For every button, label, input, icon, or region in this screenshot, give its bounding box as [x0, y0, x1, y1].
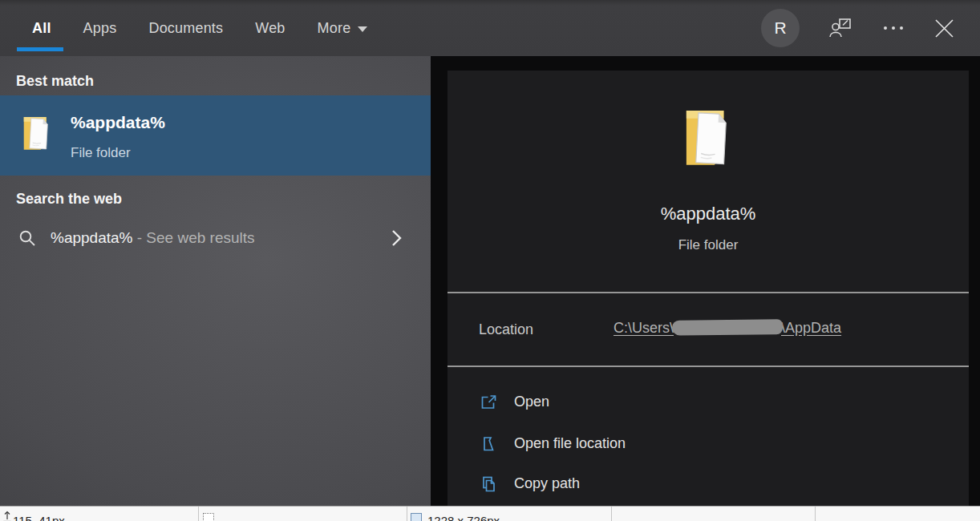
region-size-icon: [411, 513, 422, 521]
divider: [447, 366, 969, 367]
ellipsis-icon: [881, 16, 905, 40]
copy-icon: [480, 475, 498, 493]
best-match-header: Best match: [16, 73, 94, 90]
open-file-location-icon: [480, 434, 498, 453]
action-copy-path-label: Copy path: [514, 475, 580, 492]
action-open-file-location[interactable]: Open file location: [447, 425, 969, 462]
user-avatar[interactable]: R: [761, 9, 800, 47]
folder-icon: [22, 111, 52, 151]
divider: [447, 292, 969, 293]
search-icon: [18, 229, 36, 247]
person-feedback-icon: [828, 16, 852, 40]
cursor-position: 115, 41px: [13, 514, 65, 521]
preview-area: %appdata% File folder Location C:\Users\…: [431, 56, 980, 506]
close-icon: [934, 18, 954, 38]
web-search-item[interactable]: %appdata% - See web results: [0, 212, 431, 264]
status-separator: [198, 507, 199, 521]
action-copy-path[interactable]: Copy path: [447, 465, 969, 502]
more-options-button[interactable]: [881, 16, 905, 40]
location-path-suffix: \AppData: [781, 320, 841, 336]
preview-subtitle: File folder: [447, 237, 969, 253]
best-match-subtitle: File folder: [71, 145, 131, 161]
selection-rect-icon: [203, 513, 214, 521]
redaction-blob: [672, 319, 783, 335]
open-icon: [480, 393, 498, 411]
location-path-prefix: C:\Users\: [614, 320, 674, 336]
tab-more[interactable]: More: [318, 20, 368, 37]
selected-tab-underline: [17, 47, 63, 51]
search-tab-bar: All Apps Documents Web More R: [0, 0, 980, 56]
status-separator: [611, 507, 612, 521]
status-separator: [407, 507, 407, 521]
action-open-label: Open: [514, 394, 549, 410]
folder-icon-large: [683, 101, 733, 168]
chevron-down-icon: [358, 26, 367, 32]
feedback-button[interactable]: [828, 16, 852, 40]
web-search-query: %appdata%: [51, 229, 132, 246]
screenshot-tool-status-bar: 115, 41px 1228 x 726px: [0, 506, 980, 521]
action-open[interactable]: Open: [447, 383, 969, 420]
tab-web[interactable]: Web: [255, 20, 285, 37]
tab-more-label: More: [318, 20, 351, 37]
tab-apps[interactable]: Apps: [83, 20, 117, 37]
preview-title: %appdata%: [447, 204, 969, 224]
chevron-right-icon: [391, 229, 402, 247]
best-match-title: %appdata%: [71, 113, 165, 132]
best-match-item[interactable]: %appdata% File folder: [0, 95, 431, 176]
location-label: Location: [479, 321, 533, 338]
status-separator: [815, 507, 816, 521]
selection-size: 1228 x 726px: [427, 514, 500, 521]
tab-documents[interactable]: Documents: [148, 20, 223, 37]
action-open-file-location-label: Open file location: [514, 435, 626, 452]
web-search-text: %appdata% - See web results: [51, 229, 255, 247]
search-the-web-header: Search the web: [16, 191, 122, 208]
search-results-panel: Best match %appdata% File folder Search …: [0, 56, 431, 506]
close-button[interactable]: [934, 18, 954, 38]
preview-panel: %appdata% File folder Location C:\Users\…: [447, 71, 969, 506]
move-arrow-icon: [2, 511, 12, 521]
location-link[interactable]: C:\Users\\AppData: [614, 320, 841, 337]
web-search-suffix: - See web results: [132, 229, 254, 246]
tab-all[interactable]: All: [32, 20, 51, 37]
